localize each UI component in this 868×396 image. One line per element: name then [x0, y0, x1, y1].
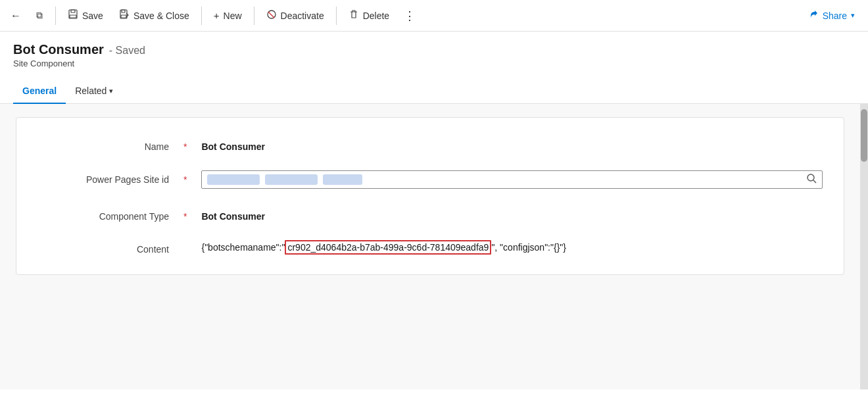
blur-block-1: [207, 174, 260, 185]
form-row-name: Name * Bot Consumer: [16, 128, 844, 161]
form-row-power-pages: Power Pages Site id *: [16, 161, 844, 198]
toolbar: ← ⧉ Save Save & Close + New: [0, 0, 868, 32]
save-close-label: Save & Close: [133, 11, 189, 21]
form-card: Name * Bot Consumer Power Pages Site id …: [16, 117, 844, 275]
content-label: Content: [37, 240, 169, 255]
tab-related-chevron-icon: ▾: [109, 87, 113, 95]
new-button[interactable]: + New: [207, 6, 249, 25]
scrollbar-thumb[interactable]: [861, 109, 867, 162]
share-chevron-icon: ▾: [851, 11, 855, 20]
svg-rect-4: [122, 10, 125, 12]
svg-rect-2: [70, 15, 76, 18]
content-area: Name * Bot Consumer Power Pages Site id …: [0, 104, 868, 389]
power-pages-required-star: *: [183, 170, 187, 185]
content-highlight: cr902_d4064b2a-b7ab-499a-9c6d-781409eadf…: [285, 240, 491, 255]
content-value: {"botschemaname":"cr902_d4064b2a-b7ab-49…: [201, 240, 823, 255]
delete-button[interactable]: Delete: [342, 5, 396, 26]
save-close-button[interactable]: Save & Close: [112, 5, 196, 26]
svg-rect-0: [69, 10, 77, 18]
svg-line-9: [813, 180, 816, 183]
delete-label: Delete: [363, 11, 389, 21]
name-value: Bot Consumer: [201, 137, 823, 152]
delete-icon: [349, 9, 359, 22]
page-title: Bot Consumer: [13, 42, 104, 57]
page-header: Bot Consumer - Saved Site Component: [0, 32, 868, 74]
share-label: Share: [823, 11, 847, 21]
page-subtitle: Site Component: [13, 59, 855, 68]
component-type-label: Component Type: [37, 207, 169, 222]
tab-related[interactable]: Related ▾: [66, 79, 122, 104]
deactivate-button[interactable]: Deactivate: [260, 5, 331, 26]
scrollbar-track[interactable]: [860, 104, 868, 389]
svg-rect-5: [121, 15, 126, 18]
main-content: Name * Bot Consumer Power Pages Site id …: [0, 104, 860, 389]
new-label: New: [224, 11, 242, 21]
component-type-required-star: *: [183, 207, 187, 222]
toolbar-separator-3: [254, 7, 254, 25]
lookup-search-icon[interactable]: [807, 174, 817, 186]
svg-point-6: [268, 11, 276, 18]
save-close-icon: [119, 9, 130, 22]
toolbar-separator-1: [55, 7, 56, 25]
save-label: Save: [82, 11, 103, 21]
tab-general-label: General: [22, 86, 57, 96]
power-pages-label: Power Pages Site id: [37, 170, 169, 185]
tab-general[interactable]: General: [13, 79, 66, 104]
deactivate-icon: [266, 9, 277, 22]
svg-rect-1: [71, 10, 75, 12]
blur-block-2: [265, 174, 318, 185]
form-row-content: Content * {"botschemaname":"cr902_d4064b…: [16, 231, 844, 264]
blur-block-3: [323, 174, 362, 185]
save-button[interactable]: Save: [61, 5, 110, 26]
name-required-star: *: [183, 137, 187, 152]
power-pages-lookup[interactable]: [201, 170, 823, 189]
toolbar-separator-4: [336, 7, 337, 25]
tab-related-label: Related: [75, 86, 107, 96]
back-button[interactable]: ←: [5, 5, 26, 26]
page-saved-status: - Saved: [109, 45, 145, 57]
more-button[interactable]: ⋮: [398, 5, 421, 27]
component-type-value: Bot Consumer: [201, 207, 823, 222]
content-prefix: {"botschemaname":": [201, 242, 285, 253]
tabs-row: General Related ▾: [0, 79, 868, 104]
deactivate-label: Deactivate: [281, 11, 324, 21]
save-icon: [68, 9, 78, 22]
share-button[interactable]: Share ▾: [800, 5, 863, 26]
lookup-blurred-content: [207, 174, 802, 185]
toolbar-separator-2: [201, 7, 202, 25]
new-icon: +: [214, 10, 220, 21]
svg-line-7: [268, 12, 274, 18]
share-icon: [808, 9, 819, 22]
tab-icon-button[interactable]: ⧉: [29, 5, 50, 26]
name-label: Name: [37, 137, 169, 152]
svg-point-8: [808, 174, 814, 181]
form-row-component-type: Component Type * Bot Consumer: [16, 198, 844, 231]
content-suffix: ", "configjson":"{}"}: [491, 242, 566, 253]
